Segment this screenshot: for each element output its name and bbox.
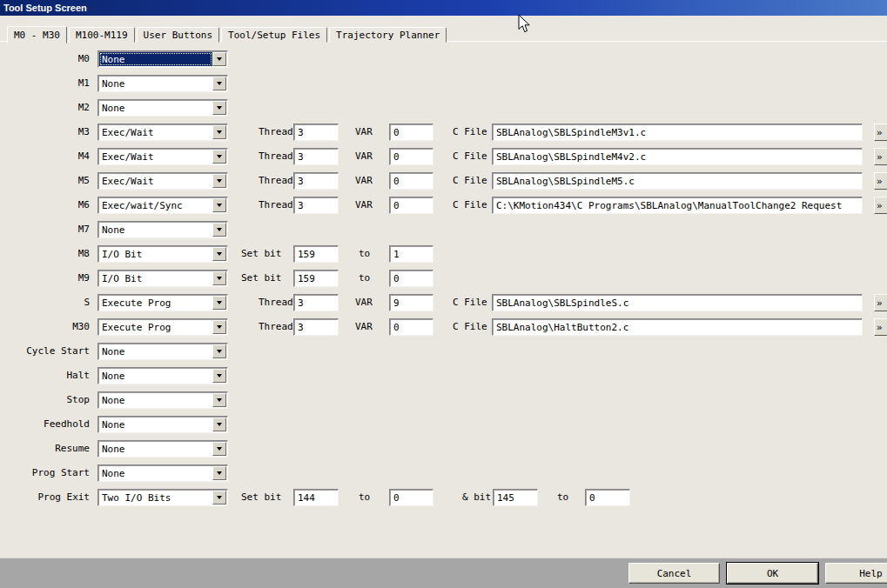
row-m3: M3Exec/WaitThreadVARC File» [0,120,887,144]
browse-button[interactable]: » [874,318,887,336]
tab-user-buttons[interactable]: User Buttons [137,27,219,43]
action-combobox[interactable]: I/O Bit [97,245,228,263]
dialog-body: M0NoneM1NoneM2NoneM3Exec/WaitThreadVARC … [0,41,887,558]
action-combobox[interactable]: Exec/Wait [97,124,228,141]
combobox-dropdown-button[interactable] [212,442,226,456]
set-bit-input[interactable] [293,245,339,263]
thread-input[interactable] [293,294,339,311]
to-value-input[interactable] [389,270,433,287]
cfile-input[interactable] [492,148,863,165]
var-input[interactable] [389,318,433,336]
set-bit-input[interactable] [293,270,339,287]
combobox-dropdown-button[interactable] [212,150,226,164]
second-bit-input[interactable] [493,489,538,506]
to-value-input[interactable] [389,489,433,506]
cfile-input[interactable] [492,197,863,214]
combobox-dropdown-button[interactable] [212,369,226,383]
var-label: VAR [355,199,373,210]
action-combobox[interactable]: None [97,440,228,458]
browse-button[interactable]: » [874,172,887,190]
action-combobox[interactable]: None [97,343,228,360]
action-combobox[interactable]: None [97,221,228,238]
tab-m100-m119[interactable]: M100-M119 [69,27,135,43]
set-bit-label: Set bit [241,272,281,284]
tab-trajectory-planner[interactable]: Trajectory Planner [329,27,447,43]
var-input[interactable] [389,148,433,165]
var-label: VAR [355,175,373,186]
cancel-button[interactable]: Cancel [628,563,720,584]
combobox-dropdown-button[interactable] [212,491,226,504]
browse-button[interactable]: » [874,294,887,311]
title-bar[interactable]: Tool Setup Screen [0,0,887,16]
row-m7: M7None [0,217,887,242]
cfile-label: C File [453,321,487,332]
thread-input[interactable] [293,124,339,141]
combobox-dropdown-button[interactable] [212,77,226,90]
combobox-dropdown-button[interactable] [212,296,226,310]
to-label: to [359,248,370,259]
thread-label: Thread [259,321,293,332]
combobox-dropdown-button[interactable] [212,52,226,66]
action-combobox[interactable]: None [97,464,228,482]
chevron-down-icon [217,277,222,280]
combobox-dropdown-button[interactable] [212,125,226,139]
combobox-dropdown-button[interactable] [212,223,226,237]
combobox-value: None [99,442,212,456]
action-combobox[interactable]: I/O Bit [97,270,228,287]
row-label: M3 [0,126,90,137]
combobox-dropdown-button[interactable] [212,271,226,285]
combobox-dropdown-button[interactable] [212,344,226,358]
combobox-value: Execute Prog [99,320,212,334]
action-combobox[interactable]: None [97,75,228,92]
combobox-value: None [99,466,212,480]
combobox-dropdown-button[interactable] [212,393,226,407]
row-m4: M4Exec/WaitThreadVARC File» [0,144,887,169]
thread-input[interactable] [293,172,339,190]
combobox-dropdown-button[interactable] [212,320,226,334]
action-combobox[interactable]: None [97,416,228,433]
tab-m0-m30[interactable]: M0 - M30 [7,26,67,43]
action-combobox[interactable]: None [97,391,228,409]
browse-button[interactable]: » [874,148,887,165]
combobox-dropdown-button[interactable] [212,174,226,188]
to-value-input[interactable] [389,245,433,263]
thread-input[interactable] [293,148,339,165]
var-input[interactable] [389,294,433,311]
action-combobox[interactable]: Exec/wait/Sync [97,197,228,214]
action-combobox[interactable]: None [97,99,228,117]
action-combobox[interactable]: Execute Prog [97,318,228,336]
thread-input[interactable] [293,197,339,214]
ok-button[interactable]: OK [727,563,818,584]
action-combobox[interactable]: None [97,367,228,384]
set-bit-input[interactable] [293,489,339,506]
cfile-input[interactable] [492,318,863,336]
var-input[interactable] [389,172,433,190]
thread-input[interactable] [293,318,339,336]
action-combobox[interactable]: Exec/Wait [97,148,228,165]
combobox-dropdown-button[interactable] [212,101,226,115]
thread-label: Thread [259,297,293,308]
combobox-dropdown-button[interactable] [212,247,226,261]
combobox-dropdown-button[interactable] [212,198,226,212]
action-combobox[interactable]: None [97,50,228,68]
cfile-input[interactable] [492,172,863,190]
cfile-input[interactable] [492,294,863,311]
action-combobox[interactable]: Execute Prog [97,294,228,311]
and-bit-label: & bit [462,491,491,503]
browse-button[interactable]: » [874,124,887,141]
row-m8: M8I/O BitSet bitto [0,242,887,266]
cfile-input[interactable] [492,124,863,141]
action-combobox[interactable]: Two I/O Bits [97,489,228,506]
combobox-dropdown-button[interactable] [212,466,226,480]
second-to-value-input[interactable] [585,489,630,506]
action-combobox[interactable]: Exec/Wait [97,172,228,190]
browse-button[interactable]: » [874,197,887,214]
combobox-dropdown-button[interactable] [212,418,226,431]
var-input[interactable] [389,197,433,214]
set-bit-label: Set bit [241,491,281,503]
cfile-label: C File [453,175,487,186]
help-button[interactable]: Help [825,563,887,584]
combobox-value: I/O Bit [99,271,212,285]
tab-tool-setup-files[interactable]: Tool/Setup Files [221,27,327,43]
var-input[interactable] [389,124,433,141]
